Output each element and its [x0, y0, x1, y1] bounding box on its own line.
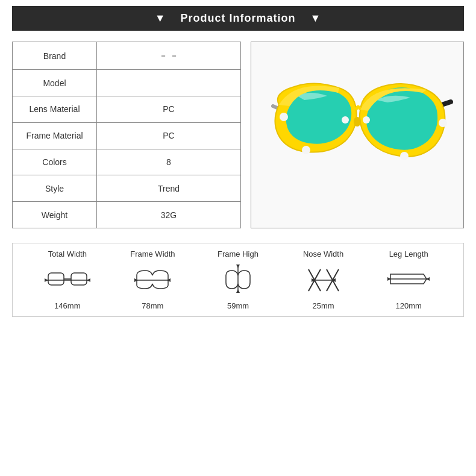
- table-label: Colors: [13, 149, 97, 175]
- table-value: PC: [97, 122, 241, 149]
- header-triangle-right: ▼: [310, 12, 322, 24]
- product-header: ▼ Product Information ▼: [12, 6, 464, 31]
- svg-point-4: [342, 116, 349, 124]
- total-width-icon: [43, 262, 92, 298]
- dim-item-total-width: Total Width 146mm: [43, 249, 92, 310]
- dim-label: Total Width: [48, 249, 87, 258]
- svg-marker-10: [45, 278, 48, 282]
- header-title: Product Information: [181, 12, 296, 24]
- table-row: Model: [13, 70, 241, 96]
- product-info-table: Brand－ －ModelLens MaterialPCFrame Materi…: [12, 42, 241, 228]
- dim-value: 146mm: [54, 301, 80, 310]
- table-row: StyleTrend: [13, 175, 241, 202]
- svg-point-8: [354, 117, 361, 127]
- table-label: Style: [13, 175, 97, 202]
- table-label: Model: [13, 70, 97, 96]
- svg-point-3: [302, 146, 310, 154]
- svg-rect-13: [71, 273, 87, 285]
- table-label: Lens Material: [13, 96, 97, 122]
- svg-point-7: [439, 119, 447, 127]
- svg-point-5: [363, 116, 370, 124]
- dim-item-nose-width: Nose Width 25mm: [299, 249, 348, 310]
- main-content: Brand－ －ModelLens MaterialPCFrame Materi…: [12, 42, 464, 228]
- dimensions-section: Total Width 146mmFrame Width 78mmFrame H…: [12, 243, 464, 317]
- dim-label: Nose Width: [303, 249, 343, 258]
- header-triangle-left: ▼: [155, 12, 166, 24]
- svg-point-2: [280, 113, 288, 121]
- product-image-box: [251, 42, 464, 228]
- frame-width-icon: [128, 262, 177, 298]
- table-row: Colors8: [13, 149, 241, 175]
- svg-marker-20: [236, 289, 240, 293]
- table-value: 32G: [97, 202, 241, 228]
- svg-marker-17: [167, 278, 171, 282]
- table-row: Weight32G: [13, 202, 241, 228]
- table-label: Brand: [13, 42, 97, 70]
- svg-marker-11: [87, 278, 90, 282]
- table-row: Lens MaterialPC: [13, 96, 241, 122]
- svg-marker-19: [236, 265, 240, 268]
- svg-marker-16: [134, 278, 138, 282]
- dim-value: 78mm: [142, 301, 163, 310]
- dim-label: Frame High: [218, 249, 258, 258]
- leg-length-icon: [384, 262, 433, 298]
- nose-width-icon: [299, 262, 348, 298]
- dim-label: Leg Length: [389, 249, 428, 258]
- dim-item-frame-high: Frame High 59mm: [214, 249, 262, 310]
- table-row: Brand－ －: [13, 42, 241, 70]
- dim-value: 120mm: [395, 301, 421, 310]
- table-value: PC: [97, 96, 241, 122]
- table-label: Weight: [13, 202, 97, 228]
- svg-point-6: [400, 152, 409, 160]
- dim-label: Frame Width: [130, 249, 175, 258]
- table-value: Trend: [97, 175, 241, 202]
- dim-value: 59mm: [227, 301, 249, 310]
- table-value: 8: [97, 149, 241, 175]
- table-label: Frame Material: [13, 122, 97, 149]
- table-row: Frame MaterialPC: [13, 122, 241, 149]
- page-wrapper: ▼ Product Information ▼ Brand－ －ModelLen…: [0, 0, 476, 476]
- frame-high-icon: [214, 262, 262, 298]
- table-value: － －: [97, 42, 241, 70]
- dim-value: 25mm: [313, 301, 334, 310]
- svg-rect-12: [48, 273, 64, 285]
- dim-item-leg-length: Leg Length 120mm: [384, 249, 433, 310]
- table-value: [97, 70, 241, 96]
- dim-item-frame-width: Frame Width 78mm: [128, 249, 177, 310]
- product-image-svg: [261, 57, 454, 213]
